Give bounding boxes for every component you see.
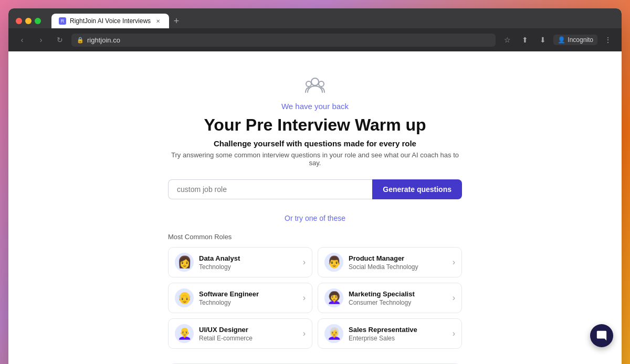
tagline: We have your back	[168, 102, 462, 111]
role-category: Technology	[199, 299, 298, 306]
bookmark-icon[interactable]: ☆	[500, 33, 514, 47]
menu-icon[interactable]: ⋮	[601, 33, 615, 47]
role-name: Data Analyst	[199, 254, 298, 263]
tab-close-button[interactable]: ✕	[154, 17, 162, 25]
main-title: Your Pre Interview Warm up	[168, 115, 462, 135]
role-category: Social Media Technology	[349, 263, 447, 271]
role-arrow-icon: ›	[303, 293, 306, 303]
role-info: Sales Representative Enterprise Sales	[349, 326, 447, 342]
generate-button[interactable]: Generate questions	[372, 179, 462, 199]
tab-favicon: R	[59, 17, 66, 25]
role-avatar: 👩	[175, 253, 194, 272]
role-arrow-icon: ›	[453, 293, 455, 303]
role-avatar: 👨	[324, 253, 343, 272]
address-bar[interactable]: 🔒 rightjoin.co	[71, 34, 496, 47]
tab-bar: R RightJoin AI Voice Interviews ✕ +	[51, 14, 598, 28]
toolbar-right: ☆ ⬆ ⬇ 👤 Incognito ⋮	[500, 33, 615, 47]
role-name: Sales Representative	[349, 326, 447, 335]
role-card[interactable]: 👩‍🦳 Sales Representative Enterprise Sale…	[318, 318, 462, 349]
back-button[interactable]: ‹	[15, 33, 29, 47]
reload-button[interactable]: ↻	[52, 33, 67, 47]
subtitle: Challenge yourself with questions made f…	[168, 139, 462, 148]
role-avatar: 👩‍🦲	[175, 324, 194, 343]
traffic-lights	[16, 18, 41, 24]
incognito-badge[interactable]: 👤 Incognito	[553, 35, 597, 45]
browser-toolbar: ‹ › ↻ 🔒 rightjoin.co ☆ ⬆ ⬇ 👤 Incognito ⋮	[8, 28, 622, 51]
tab-title: RightJoin AI Voice Interviews	[70, 17, 151, 25]
minimize-button[interactable]	[25, 18, 32, 24]
close-button[interactable]	[16, 18, 22, 24]
role-name: Software Engineer	[199, 290, 298, 299]
roles-grid: 👩 Data Analyst Technology › 👨 Product Ma…	[168, 247, 462, 349]
svg-point-1	[306, 81, 311, 87]
url-text: rightjoin.co	[87, 36, 120, 44]
browser-content: We have your back Your Pre Interview War…	[8, 51, 622, 364]
role-category: Technology	[199, 263, 298, 271]
role-info: Data Analyst Technology	[199, 254, 298, 271]
role-card[interactable]: 👩 Data Analyst Technology ›	[168, 247, 312, 277]
search-input[interactable]	[168, 179, 372, 199]
role-category: Consumer Technology	[349, 299, 447, 306]
role-category: Retail E-commerce	[199, 335, 298, 342]
role-info: Product Manager Social Media Technology	[349, 254, 447, 271]
forward-button[interactable]: ›	[34, 33, 48, 47]
role-arrow-icon: ›	[303, 329, 306, 338]
share-icon[interactable]: ⬆	[518, 33, 532, 47]
role-info: Software Engineer Technology	[199, 290, 298, 306]
role-info: Marketing Specialist Consumer Technology	[349, 290, 447, 306]
or-try-label: Or try one of these	[168, 214, 462, 222]
role-name: Product Manager	[349, 254, 447, 263]
page-container: We have your back Your Pre Interview War…	[168, 72, 462, 364]
search-row: Generate questions	[168, 179, 462, 199]
description: Try answering some common interview ques…	[168, 151, 462, 167]
role-arrow-icon: ›	[453, 258, 455, 267]
role-avatar: 👴	[175, 288, 194, 307]
incognito-icon: 👤	[558, 36, 565, 44]
role-info: UI/UX Designer Retail E-commerce	[199, 326, 298, 342]
most-common-label: Most Common Roles	[168, 233, 462, 241]
role-category: Enterprise Sales	[349, 335, 447, 342]
role-card[interactable]: 👩‍🦱 Marketing Specialist Consumer Techno…	[318, 283, 462, 313]
role-card[interactable]: 👩‍🦲 UI/UX Designer Retail E-commerce ›	[168, 318, 312, 349]
lock-icon: 🔒	[77, 37, 84, 44]
chat-bubble[interactable]	[590, 324, 613, 347]
incognito-label: Incognito	[568, 36, 593, 44]
role-avatar: 👩‍🦳	[324, 324, 343, 343]
active-tab[interactable]: R RightJoin AI Voice Interviews ✕	[51, 14, 169, 28]
role-card[interactable]: 👴 Software Engineer Technology ›	[168, 283, 312, 313]
maximize-button[interactable]	[35, 18, 41, 24]
role-avatar: 👩‍🦱	[324, 288, 343, 307]
download-icon[interactable]: ⬇	[536, 33, 550, 47]
role-name: UI/UX Designer	[199, 326, 298, 335]
svg-point-0	[311, 78, 319, 85]
role-arrow-icon: ›	[453, 329, 455, 338]
new-tab-button[interactable]: +	[169, 14, 184, 28]
svg-point-2	[319, 81, 324, 87]
role-arrow-icon: ›	[303, 258, 306, 267]
hero-icon	[168, 72, 462, 98]
role-card[interactable]: 👨 Product Manager Social Media Technolog…	[318, 247, 462, 277]
role-name: Marketing Specialist	[349, 290, 447, 299]
